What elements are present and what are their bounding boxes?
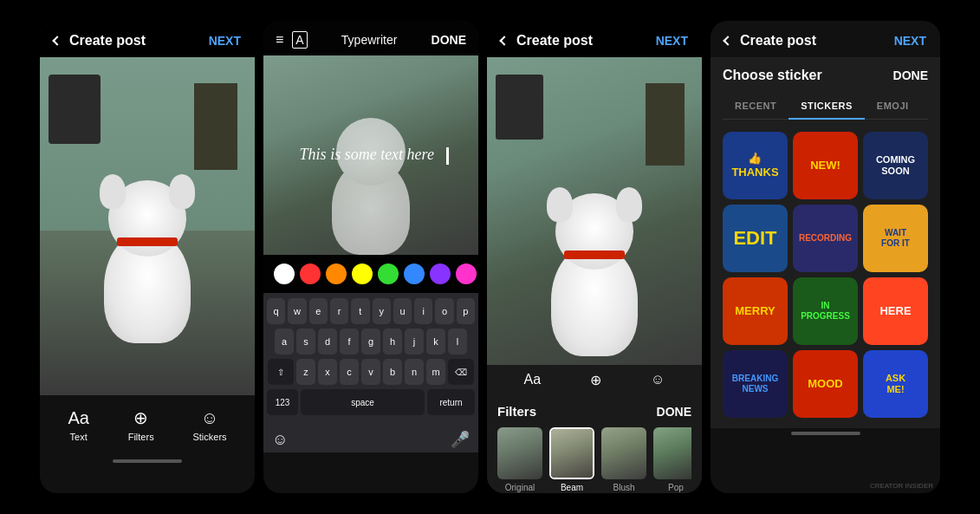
key-w[interactable]: w bbox=[288, 298, 306, 324]
color-pink[interactable] bbox=[456, 264, 477, 284]
sticker-breaking[interactable]: BREAKINGNEWS bbox=[723, 350, 788, 418]
key-l[interactable]: l bbox=[448, 329, 467, 355]
delete-key[interactable]: ⌫ bbox=[448, 359, 474, 385]
key-a[interactable]: a bbox=[275, 329, 294, 355]
key-h[interactable]: h bbox=[383, 329, 402, 355]
key-c[interactable]: c bbox=[340, 359, 359, 385]
screen4-title: Create post bbox=[740, 33, 816, 49]
filter-beam[interactable]: Beam bbox=[549, 427, 594, 492]
key-o[interactable]: o bbox=[435, 298, 453, 324]
sticker-wait[interactable]: WAITFOR IT bbox=[863, 205, 928, 272]
key-b[interactable]: b bbox=[383, 359, 402, 385]
tab-stickers[interactable]: STICKERS bbox=[789, 95, 865, 120]
home-indicator-1 bbox=[113, 459, 182, 463]
next-button-1[interactable]: NEXT bbox=[209, 34, 241, 48]
key-x[interactable]: x bbox=[318, 359, 337, 385]
filter-pop-label: Pop bbox=[668, 483, 684, 492]
back-button-4[interactable]: Create post bbox=[724, 33, 816, 49]
screen2-header: ≡ A Typewriter DONE bbox=[263, 21, 478, 55]
done-button-2[interactable]: DONE bbox=[432, 33, 466, 47]
key-u[interactable]: u bbox=[393, 298, 412, 324]
sticker-done-button[interactable]: DONE bbox=[893, 68, 928, 82]
key-y[interactable]: y bbox=[373, 298, 391, 324]
stickers-tool[interactable]: ☺ Stickers bbox=[192, 408, 226, 442]
numbers-key[interactable]: 123 bbox=[267, 389, 298, 415]
key-k[interactable]: k bbox=[426, 329, 445, 355]
sticker-edit[interactable]: EDIT bbox=[723, 205, 788, 272]
stickers-icon: ☺ bbox=[201, 408, 218, 428]
return-key[interactable]: return bbox=[427, 389, 475, 415]
dog-photo-3 bbox=[487, 57, 702, 365]
screen-2-text-editor: ≡ A Typewriter DONE This is some text he… bbox=[263, 21, 478, 493]
key-t[interactable]: t bbox=[351, 298, 369, 324]
color-orange[interactable] bbox=[326, 264, 347, 284]
sticker-merry[interactable]: MERRY bbox=[723, 277, 788, 345]
sticker-grid: 👍thanks NEW! COMINGSOON EDIT RECORDING W… bbox=[723, 132, 928, 418]
key-i[interactable]: i bbox=[414, 298, 432, 324]
filters-title: Filters bbox=[497, 404, 536, 419]
key-z[interactable]: z bbox=[296, 359, 315, 385]
keyboard-row-1: q w e r t y u i o p bbox=[267, 298, 475, 324]
sticker-thanks[interactable]: 👍thanks bbox=[723, 132, 788, 199]
color-picker bbox=[263, 255, 478, 293]
filter-original[interactable]: Original bbox=[497, 427, 542, 492]
sticker-panel-title: Choose sticker bbox=[723, 68, 822, 83]
emoji-icon[interactable]: ☺ bbox=[272, 431, 288, 449]
screen-4-stickers: Create post NEXT Choose sticker DONE REC… bbox=[711, 21, 940, 493]
filter-tool-icon-3[interactable]: ⊕ bbox=[590, 372, 601, 388]
sticker-inprogress[interactable]: INPROGRESS bbox=[793, 277, 858, 345]
text-tool-icon-3[interactable]: Aa bbox=[524, 372, 542, 388]
color-green[interactable] bbox=[378, 264, 399, 284]
key-p[interactable]: p bbox=[457, 298, 475, 324]
sticker-recording[interactable]: RECORDING bbox=[793, 205, 858, 272]
filter-row: Original Beam Blush bbox=[497, 427, 691, 492]
key-f[interactable]: f bbox=[340, 329, 359, 355]
filters-tool[interactable]: ⊕ Filters bbox=[128, 407, 154, 442]
filter-blush[interactable]: Blush bbox=[601, 427, 646, 492]
key-s[interactable]: s bbox=[296, 329, 315, 355]
key-g[interactable]: g bbox=[361, 329, 380, 355]
microphone-icon[interactable]: 🎤 bbox=[451, 430, 470, 449]
stickers-label: Stickers bbox=[192, 432, 226, 442]
color-blue[interactable] bbox=[404, 264, 425, 284]
sticker-thanks-text: 👍thanks bbox=[731, 152, 778, 179]
screen3-header: Create post NEXT bbox=[487, 21, 702, 57]
filter-pop[interactable]: Pop bbox=[653, 427, 691, 492]
key-r[interactable]: r bbox=[330, 298, 348, 324]
sticker-here[interactable]: HERE bbox=[863, 277, 928, 345]
sticker-coming-soon[interactable]: COMINGSOON bbox=[863, 132, 928, 199]
space-key[interactable]: space bbox=[301, 389, 425, 415]
filters-done-button[interactable]: DONE bbox=[657, 405, 691, 419]
shift-key[interactable]: ⇧ bbox=[268, 359, 294, 385]
text-editor-canvas[interactable]: This is some text here bbox=[263, 55, 478, 255]
next-button-4[interactable]: NEXT bbox=[894, 34, 926, 48]
key-n[interactable]: n bbox=[405, 359, 424, 385]
key-q[interactable]: q bbox=[267, 298, 285, 324]
key-d[interactable]: d bbox=[318, 329, 337, 355]
sticker-askme[interactable]: ASKME! bbox=[863, 350, 928, 418]
color-purple[interactable] bbox=[430, 264, 451, 284]
back-button-3[interactable]: Create post bbox=[501, 33, 593, 49]
text-tool[interactable]: Aa Text bbox=[68, 408, 88, 442]
back-button[interactable]: Create post bbox=[54, 33, 146, 49]
key-v[interactable]: v bbox=[361, 359, 380, 385]
key-e[interactable]: e bbox=[309, 298, 328, 324]
tab-recent[interactable]: RECENT bbox=[723, 95, 789, 119]
key-m[interactable]: m bbox=[426, 359, 445, 385]
color-yellow[interactable] bbox=[352, 264, 373, 284]
color-white[interactable] bbox=[274, 264, 295, 284]
next-button-3[interactable]: NEXT bbox=[656, 34, 688, 48]
editor-text[interactable]: This is some text here bbox=[293, 142, 441, 166]
text-cursor bbox=[446, 147, 449, 165]
sticker-new[interactable]: NEW! bbox=[793, 132, 858, 199]
menu-icon[interactable]: ≡ bbox=[276, 32, 283, 48]
filter-original-thumb bbox=[497, 427, 542, 479]
tab-emoji[interactable]: EMOJI bbox=[865, 95, 921, 119]
sticker-mood[interactable]: MOOD bbox=[793, 350, 858, 418]
font-icon[interactable]: A bbox=[292, 31, 307, 49]
key-j[interactable]: j bbox=[405, 329, 424, 355]
screen3-title: Create post bbox=[516, 33, 593, 49]
filters-icon: ⊕ bbox=[133, 407, 148, 428]
color-red[interactable] bbox=[300, 264, 321, 284]
sticker-tool-icon-3[interactable]: ☺ bbox=[651, 372, 665, 388]
